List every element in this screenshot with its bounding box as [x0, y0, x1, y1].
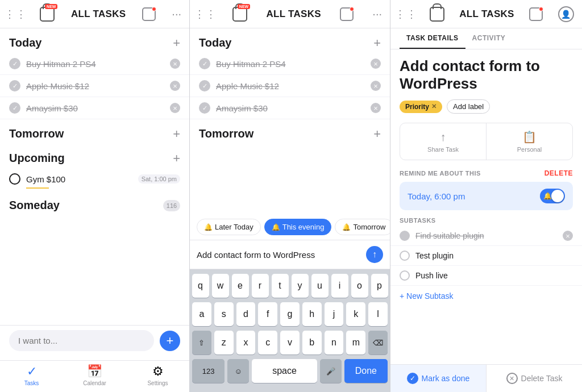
add-task-btn-1[interactable]: [160, 331, 180, 351]
tomorrow-add-btn-1[interactable]: +: [173, 128, 180, 140]
mark-done-btn[interactable]: Mark as done: [390, 365, 487, 392]
grid-icon-2[interactable]: ⋮⋮: [198, 6, 214, 22]
bag-icon-container-3[interactable]: [430, 7, 444, 22]
tab-settings-1[interactable]: ⚙ Settings: [126, 364, 189, 386]
gym-task-item[interactable]: Gym $100 Sat, 1:00 pm: [0, 168, 189, 190]
task-detail-title: Add contact form to WordPress: [390, 49, 582, 97]
key-p[interactable]: p: [371, 274, 388, 298]
task-item[interactable]: Buy Hitman 2 PS4: [0, 53, 189, 75]
key-123[interactable]: 123: [192, 359, 225, 383]
task-item[interactable]: Amaysim $30: [0, 97, 189, 119]
key-i[interactable]: i: [331, 274, 348, 298]
key-r[interactable]: r: [252, 274, 269, 298]
today-add-btn-1[interactable]: +: [173, 37, 180, 49]
remind-chip-this-evening[interactable]: 🔔 This evening: [264, 219, 332, 235]
priority-badge[interactable]: Priority ✕: [400, 101, 442, 113]
tab-activity[interactable]: ACTIVITY: [465, 28, 513, 49]
task-close-btn[interactable]: [371, 103, 381, 113]
tomorrow-label-1: Tomorrow: [9, 127, 64, 140]
task-text: Amaysim $30: [216, 103, 371, 113]
remind-section-label: REMIND ME ABOUT THIS DELETE: [390, 167, 582, 180]
remind-chip-tomorrow[interactable]: 🔔 Tomorrow: [335, 219, 390, 235]
today-add-btn-2[interactable]: +: [373, 37, 381, 49]
remind-chip-later-today[interactable]: 🔔 Later Today: [197, 219, 261, 235]
keyboard[interactable]: q w e r t y u i o p a s d f g h j k l ⇧ …: [190, 269, 390, 392]
key-o[interactable]: o: [351, 274, 368, 298]
key-d[interactable]: d: [236, 302, 256, 326]
priority-remove-btn[interactable]: ✕: [431, 103, 436, 110]
key-s[interactable]: s: [214, 302, 234, 326]
task-close-btn[interactable]: [170, 59, 180, 69]
delete-remind-btn[interactable]: DELETE: [544, 169, 573, 177]
subtask-remove-btn[interactable]: [563, 231, 573, 241]
upcoming-add-btn-1[interactable]: +: [173, 152, 180, 165]
more-options-icon-2[interactable]: ···: [372, 7, 382, 20]
key-l[interactable]: l: [368, 302, 388, 326]
key-done[interactable]: Done: [344, 359, 388, 383]
grid-icon-3[interactable]: ⋮⋮: [398, 6, 414, 22]
key-y[interactable]: y: [292, 274, 309, 298]
grid-icon-1[interactable]: ⋮⋮: [8, 6, 24, 22]
key-f[interactable]: f: [258, 302, 277, 326]
key-h[interactable]: h: [302, 302, 322, 326]
subtask-text: Push live: [415, 271, 573, 280]
bag-icon-container-2[interactable]: NEW: [232, 7, 247, 22]
someday-section[interactable]: Someday 116: [0, 191, 189, 220]
task-close-btn[interactable]: [170, 81, 180, 91]
text-input-row: [190, 240, 390, 269]
remind-toggle[interactable]: 🔔: [540, 189, 565, 203]
key-space[interactable]: space: [252, 359, 317, 383]
tab-task-details[interactable]: TASK DETAILS: [400, 28, 465, 49]
subtask-item[interactable]: Test plugin: [390, 246, 582, 266]
profile-icon[interactable]: 👤: [558, 6, 574, 22]
subtask-item[interactable]: Find suitable plugin: [390, 226, 582, 246]
share-task-btn[interactable]: ↑ Share Task: [400, 123, 487, 160]
key-x[interactable]: x: [236, 331, 256, 355]
key-b[interactable]: b: [302, 331, 322, 355]
new-subtask-row[interactable]: + New Subtask: [390, 286, 582, 306]
notification-icon-1[interactable]: [142, 7, 156, 21]
add-label-btn[interactable]: Add label: [447, 99, 490, 114]
notification-icon-2[interactable]: [340, 7, 354, 21]
bag-icon-container-1[interactable]: NEW: [40, 7, 55, 22]
tab-calendar-1[interactable]: 📅 Calendar: [63, 364, 126, 386]
key-j[interactable]: j: [325, 302, 344, 326]
tomorrow-section-header-2: Tomorrow +: [190, 119, 390, 144]
key-z[interactable]: z: [214, 331, 234, 355]
key-delete[interactable]: ⌫: [368, 331, 388, 355]
task-text-input[interactable]: [197, 250, 366, 260]
notification-icon-3[interactable]: [529, 7, 543, 21]
task-close-btn[interactable]: [170, 103, 180, 113]
key-n[interactable]: n: [325, 331, 344, 355]
key-e[interactable]: e: [232, 274, 249, 298]
task-item-2[interactable]: Buy Hitman 2 PS4: [190, 53, 390, 75]
task-item[interactable]: Apple Music $12: [0, 75, 189, 97]
key-g[interactable]: g: [280, 302, 300, 326]
subtask-item[interactable]: Push live: [390, 266, 582, 286]
key-q[interactable]: q: [192, 274, 209, 298]
task-item-2[interactable]: Amaysim $30: [190, 97, 390, 119]
tab-tasks-1[interactable]: ✓ Tasks: [0, 364, 63, 386]
tomorrow-add-btn-2[interactable]: +: [373, 128, 381, 140]
send-button[interactable]: [366, 246, 383, 263]
key-shift[interactable]: ⇧: [192, 331, 211, 355]
key-a[interactable]: a: [192, 302, 211, 326]
subtask-circle: [400, 231, 410, 241]
task-close-btn[interactable]: [371, 81, 381, 91]
task-item-2[interactable]: Apple Music $12: [190, 75, 390, 97]
task-close-btn[interactable]: [371, 59, 381, 69]
key-mic[interactable]: 🎤: [320, 359, 342, 383]
key-k[interactable]: k: [346, 302, 365, 326]
key-w[interactable]: w: [212, 274, 229, 298]
key-m[interactable]: m: [346, 331, 365, 355]
key-c[interactable]: c: [258, 331, 277, 355]
key-t[interactable]: t: [272, 274, 289, 298]
key-emoji[interactable]: ☺: [227, 359, 249, 383]
key-u[interactable]: u: [311, 274, 329, 298]
key-v[interactable]: v: [280, 331, 300, 355]
more-options-icon-1[interactable]: ···: [172, 7, 181, 20]
notif-dot-1: [152, 7, 156, 11]
task-input-1[interactable]: [9, 330, 154, 351]
personal-btn[interactable]: 📋 Personal: [487, 123, 572, 160]
delete-task-btn[interactable]: Delete Task: [487, 365, 582, 392]
